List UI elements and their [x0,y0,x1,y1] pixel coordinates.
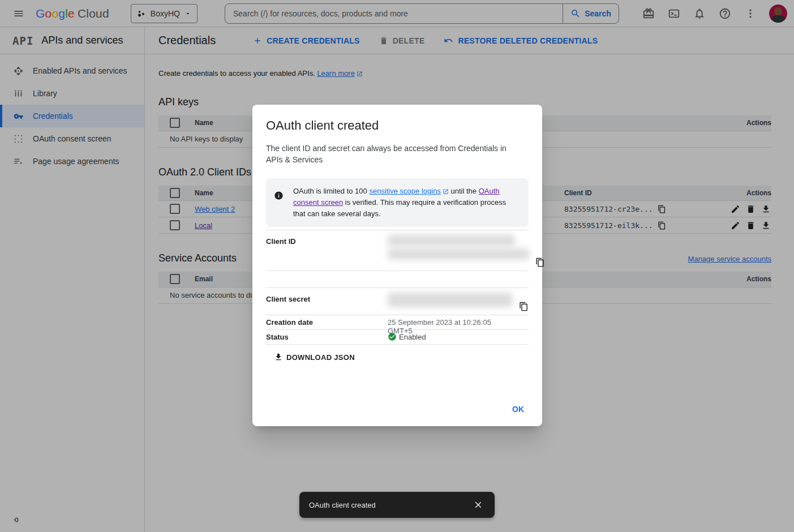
close-icon[interactable] [473,498,487,512]
client-id-label: Client ID [266,230,388,252]
info-icon [274,191,284,220]
copy-client-id-icon[interactable] [535,258,545,267]
status-value: Enabled [388,330,513,344]
download-icon [274,353,283,362]
client-id-redacted-value [388,230,529,260]
notice-banner: OAuth is limited to 100 sensitive scope … [266,178,529,227]
dialog-subtitle: The client ID and secret can always be a… [266,143,515,165]
client-secret-label: Client secret [266,288,388,310]
check-circle-icon [388,332,397,341]
creation-date-label: Creation date [266,315,388,329]
client-details: Client ID Client secret Creation date 25… [266,230,529,345]
status-row: Status Enabled [266,330,529,345]
client-secret-redacted-value [388,288,513,307]
spacer-row [266,271,529,288]
download-json-button[interactable]: DOWNLOAD JSON [274,353,355,362]
ok-button[interactable]: OK [508,400,529,418]
client-id-row: Client ID [266,230,529,271]
sensitive-scope-logins-link[interactable]: sensitive scope logins [369,187,440,195]
toast-message: OAuth client created [309,501,473,509]
creation-date-row: Creation date 25 September 2023 at 10:26… [266,315,529,330]
copy-client-secret-icon[interactable] [519,302,529,311]
toast-notification: OAuth client created [299,492,495,518]
external-link-icon [443,188,449,195]
notice-text: OAuth is limited to 100 sensitive scope … [293,186,520,220]
oauth-client-created-dialog: OAuth client created The client ID and s… [252,105,542,426]
status-label: Status [266,330,388,344]
dialog-title: OAuth client created [266,118,529,133]
client-secret-row: Client secret [266,288,529,315]
